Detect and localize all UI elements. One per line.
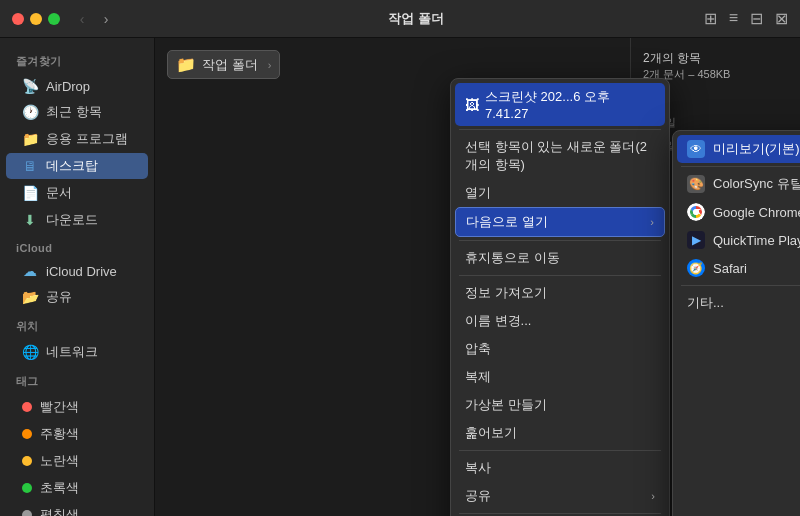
sidebar-item-tag-red[interactable]: 빨간색	[6, 394, 148, 420]
sidebar-item-network[interactable]: 🌐 네트워크	[6, 339, 148, 365]
sidebar-item-docs[interactable]: 📄 문서	[6, 180, 148, 206]
context-open[interactable]: 열기	[455, 179, 665, 207]
sidebar-item-label: 공유	[46, 288, 72, 306]
airdrop-icon: 📡	[22, 78, 38, 94]
context-rename[interactable]: 이름 변경...	[455, 307, 665, 335]
separator	[459, 129, 661, 130]
icloud-label: iCloud	[0, 234, 154, 258]
context-new-folder-selection[interactable]: 선택 항목이 있는 새로운 폴더(2개의 항목)	[455, 133, 665, 179]
menu-item-label: 복사	[465, 459, 491, 477]
sidebar-item-tag-green[interactable]: 초록색	[6, 475, 148, 501]
context-duplicate[interactable]: 복제	[455, 363, 665, 391]
context-file-item[interactable]: 🖼 스크린샷 202...6 오후 7.41.27	[455, 83, 665, 126]
context-open-with[interactable]: 다음으로 열기 ›	[455, 207, 665, 237]
folder-item[interactable]: 📁 작업 폴더 ›	[167, 50, 280, 79]
sidebar-item-label: 빨간색	[40, 398, 79, 416]
chrome-icon	[687, 203, 705, 221]
sidebar-item-label: iCloud Drive	[46, 264, 117, 279]
submenu-item-label: Google Chrome	[713, 205, 800, 220]
submenu-item-preview[interactable]: 👁 미리보기(기본)	[677, 135, 800, 163]
icloud-icon: ☁	[22, 263, 38, 279]
sidebar-item-label: AirDrop	[46, 79, 90, 94]
submenu-item-safari[interactable]: 🧭 Safari	[677, 254, 800, 282]
column-view-icon[interactable]: ⊟	[750, 9, 763, 28]
file-item-label: 스크린샷 202...6 오후 7.41.27	[485, 88, 655, 121]
fullscreen-button[interactable]	[48, 13, 60, 25]
close-button[interactable]	[12, 13, 24, 25]
menu-item-label: 복제	[465, 368, 491, 386]
docs-icon: 📄	[22, 185, 38, 201]
file-icon: 🖼	[465, 97, 479, 113]
folder-name: 작업 폴더	[202, 56, 258, 74]
submenu-item-other[interactable]: 기타...	[677, 289, 800, 317]
sidebar-item-label: 펼칫색	[40, 506, 79, 516]
favorites-label: 즐겨찾기	[0, 46, 154, 73]
menu-item-label: 열기	[465, 184, 491, 202]
svg-point-1	[693, 209, 699, 215]
menu-item-label: 정보 가져오기	[465, 284, 547, 302]
green-tag-dot	[22, 483, 32, 493]
network-icon: 🌐	[22, 344, 38, 360]
submenu-item-quicktime[interactable]: ▶ QuickTime Player	[677, 226, 800, 254]
separator	[459, 450, 661, 451]
sidebar-item-label: 다운로드	[46, 211, 98, 229]
sidebar-item-tag-orange[interactable]: 주황색	[6, 421, 148, 447]
recent-icon: 🕐	[22, 104, 38, 120]
tags-label: 태그	[0, 366, 154, 393]
context-make-alias[interactable]: 가상본 만들기	[455, 391, 665, 419]
desktop-icon: 🖥	[22, 158, 38, 174]
separator	[459, 275, 661, 276]
context-get-info[interactable]: 정보 가져오기	[455, 279, 665, 307]
toolbar-icons: ⊞ ≡ ⊟ ⊠	[704, 9, 788, 28]
folder-icon: 📁	[176, 55, 196, 74]
sidebar-item-apps[interactable]: 📁 응용 프로그램	[6, 126, 148, 152]
sidebar-item-label: 최근 항목	[46, 103, 102, 121]
forward-button[interactable]: ›	[96, 9, 116, 29]
menu-item-label: 압축	[465, 340, 491, 358]
sidebar-item-label: 네트워크	[46, 343, 98, 361]
sidebar-item-shared[interactable]: 📂 공유	[6, 284, 148, 310]
sidebar-item-downloads[interactable]: ⬇ 다운로드	[6, 207, 148, 233]
list-view-icon[interactable]: ≡	[729, 9, 738, 28]
sidebar: 즐겨찾기 📡 AirDrop 🕐 최근 항목 📁 응용 프로그램 🖥 데스크탑 …	[0, 38, 155, 516]
gallery-view-icon[interactable]: ⊠	[775, 9, 788, 28]
context-copy[interactable]: 복사	[455, 454, 665, 482]
submenu-item-label: Safari	[713, 261, 747, 276]
sidebar-item-label: 노란색	[40, 452, 79, 470]
separator	[459, 240, 661, 241]
submenu-item-colorsync[interactable]: 🎨 ColorSync 유틸리티	[677, 170, 800, 198]
menu-item-label: 이름 변경...	[465, 312, 531, 330]
submenu-item-chrome[interactable]: Google Chrome	[677, 198, 800, 226]
colorsync-icon: 🎨	[687, 175, 705, 193]
apps-icon: 📁	[22, 131, 38, 147]
context-share[interactable]: 공유 ›	[455, 482, 665, 510]
preview-icon: 👁	[687, 140, 705, 158]
yellow-tag-dot	[22, 456, 32, 466]
sidebar-item-label: 응용 프로그램	[46, 130, 128, 148]
sidebar-item-label: 주황색	[40, 425, 79, 443]
menu-item-label: 휴지통으로 이동	[465, 249, 560, 267]
sidebar-item-airdrop[interactable]: 📡 AirDrop	[6, 74, 148, 98]
context-compress[interactable]: 압축	[455, 335, 665, 363]
grid-view-icon[interactable]: ⊞	[704, 9, 717, 28]
sidebar-item-tag-yellow[interactable]: 노란색	[6, 448, 148, 474]
sidebar-item-label: 데스크탑	[46, 157, 98, 175]
context-quicklook[interactable]: 훑어보기	[455, 419, 665, 447]
sidebar-item-desktop[interactable]: 🖥 데스크탑	[6, 153, 148, 179]
location-label: 위치	[0, 311, 154, 338]
content-area: 📁 작업 폴더 › 🖼 스크린샷 202...6 오후 7.41.27 선택 항…	[155, 38, 800, 516]
sidebar-item-icloud-drive[interactable]: ☁ iCloud Drive	[6, 259, 148, 283]
quicktime-icon: ▶	[687, 231, 705, 249]
back-button[interactable]: ‹	[72, 9, 92, 29]
minimize-button[interactable]	[30, 13, 42, 25]
safari-icon: 🧭	[687, 259, 705, 277]
orange-tag-dot	[22, 429, 32, 439]
submenu-item-label: 미리보기(기본)	[713, 140, 800, 158]
folder-arrow: ›	[268, 59, 272, 71]
context-trash[interactable]: 휴지통으로 이동	[455, 244, 665, 272]
sidebar-item-recent[interactable]: 🕐 최근 항목	[6, 99, 148, 125]
context-menu: 🖼 스크린샷 202...6 오후 7.41.27 선택 항목이 있는 새로운 …	[450, 78, 670, 516]
sidebar-item-tag-more[interactable]: 펼칫색	[6, 502, 148, 516]
submenu-item-label: QuickTime Player	[713, 233, 800, 248]
submenu-arrow-icon: ›	[651, 490, 655, 502]
